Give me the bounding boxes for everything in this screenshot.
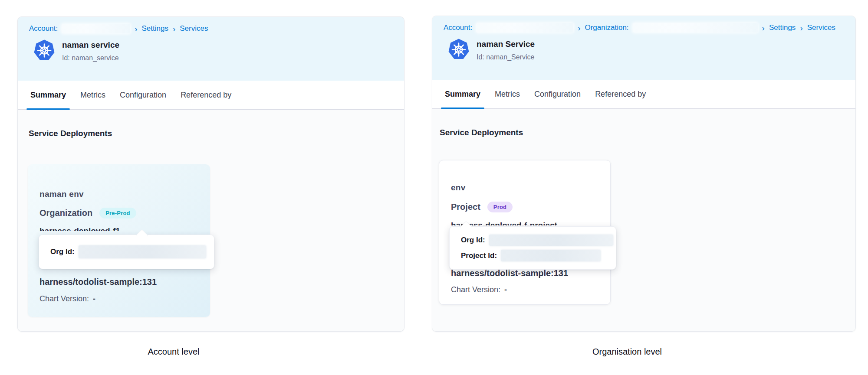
chart-version-value: - xyxy=(93,294,95,303)
service-name: naman Service xyxy=(477,38,535,49)
tab-metrics[interactable]: Metrics xyxy=(491,80,524,108)
tab-label: Configuration xyxy=(534,90,581,99)
env-card[interactable]: env Project Prod harness-deployed-f-proj… xyxy=(439,160,611,305)
chevron-right-icon: › xyxy=(134,25,138,33)
chevron-right-icon: › xyxy=(172,25,176,33)
redacted-organization-name xyxy=(633,23,758,33)
org-id-label: Org Id: xyxy=(461,236,485,245)
scope-label: Project xyxy=(451,202,480,212)
breadcrumb-settings-link[interactable]: Settings xyxy=(769,23,796,32)
panel-header: Account: › Organization: › Settings › Se… xyxy=(432,16,855,80)
tab-referenced-by[interactable]: Referenced by xyxy=(591,80,650,108)
tab-label: Summary xyxy=(445,90,480,99)
org-id-tooltip: Org Id: xyxy=(39,235,214,269)
service-title-texts: naman service Id: naman_service xyxy=(62,39,119,62)
tab-bar: Summary Metrics Configuration Referenced… xyxy=(18,81,404,110)
service-name: naman service xyxy=(62,39,119,50)
breadcrumb: Account: › Settings › Services xyxy=(29,24,393,33)
tooltip-row: Org Id: xyxy=(461,235,616,246)
tab-bar: Summary Metrics Configuration Referenced… xyxy=(432,80,855,109)
tooltip-row: Project Id: xyxy=(461,250,616,261)
redacted-account-name xyxy=(62,24,130,33)
tab-label: Referenced by xyxy=(181,91,231,100)
kubernetes-icon xyxy=(448,38,470,61)
chevron-right-icon: › xyxy=(799,24,803,32)
service-title-row: naman Service Id: naman_Service xyxy=(444,38,844,61)
breadcrumb-organization-link[interactable]: Organization: xyxy=(585,23,628,32)
tab-label: Metrics xyxy=(80,91,105,100)
service-id: Id: naman_service xyxy=(62,54,119,62)
organisation-level-panel: Account: › Organization: › Settings › Se… xyxy=(432,16,856,332)
artifact-name: harness/todolist-sample:131 xyxy=(451,268,568,278)
tab-label: Referenced by xyxy=(595,90,646,99)
artifact-name: harness/todolist-sample:131 xyxy=(39,277,157,287)
chart-version: Chart Version:- xyxy=(39,294,95,303)
chevron-right-icon: › xyxy=(577,24,581,32)
tab-referenced-by[interactable]: Referenced by xyxy=(177,81,235,109)
breadcrumb-services-link[interactable]: Services xyxy=(807,23,835,32)
service-id: Id: naman_Service xyxy=(477,53,535,61)
service-title-row: naman service Id: naman_service xyxy=(29,39,393,62)
env-type-badge: Prod xyxy=(487,202,513,212)
chart-version-label: Chart Version: xyxy=(451,285,500,294)
tab-summary[interactable]: Summary xyxy=(441,80,484,108)
breadcrumb-account-link[interactable]: Account: xyxy=(444,23,472,32)
redacted-org-id-value xyxy=(489,235,613,246)
tab-label: Configuration xyxy=(120,91,166,100)
chart-version-label: Chart Version: xyxy=(39,294,89,303)
environment-scope-row: Project Prod xyxy=(451,202,513,212)
tab-summary[interactable]: Summary xyxy=(26,81,70,109)
scope-label: Organization xyxy=(39,208,92,218)
redacted-project-id-value xyxy=(501,250,601,261)
summary-tab-content: Service Deployments env Project Prod har… xyxy=(432,109,855,331)
redacted-account-name xyxy=(476,23,573,33)
org-project-id-tooltip: Org Id: Project Id: xyxy=(449,226,616,270)
tab-label: Metrics xyxy=(495,90,520,99)
chevron-right-icon: › xyxy=(762,24,765,32)
tooltip-caret xyxy=(135,229,148,242)
chart-version: Chart Version:- xyxy=(451,285,507,294)
tooltip-row: Org Id: xyxy=(50,245,214,258)
redacted-org-id-value xyxy=(79,245,206,258)
environment-name: env xyxy=(451,183,466,192)
env-type-badge: Pre-Prod xyxy=(99,208,136,218)
kubernetes-icon xyxy=(33,39,55,62)
comparison-canvas: Account: › Settings › Services xyxy=(0,0,868,375)
breadcrumb-settings-link[interactable]: Settings xyxy=(141,24,168,33)
summary-tab-content: Service Deployments naman env Organizati… xyxy=(18,110,404,331)
breadcrumb-services-link[interactable]: Services xyxy=(180,24,208,33)
env-card[interactable]: naman env Organization Pre-Prod harness-… xyxy=(28,164,210,317)
project-id-label: Project Id: xyxy=(461,251,497,260)
caption-account-level: Account level xyxy=(17,347,330,357)
org-id-label: Org Id: xyxy=(50,248,75,256)
chart-version-value: - xyxy=(504,285,507,294)
tab-configuration[interactable]: Configuration xyxy=(116,81,170,109)
occluded-text-line: harness-deployed-f1 xyxy=(39,227,183,231)
service-title-texts: naman Service Id: naman_Service xyxy=(477,38,535,61)
panel-header: Account: › Settings › Services xyxy=(18,17,404,81)
caption-organisation-level: Organisation level xyxy=(432,347,822,357)
breadcrumb-account-link[interactable]: Account: xyxy=(29,24,58,33)
section-title: Service Deployments xyxy=(29,129,112,138)
tab-metrics[interactable]: Metrics xyxy=(76,81,109,109)
tab-configuration[interactable]: Configuration xyxy=(530,80,585,108)
account-level-panel: Account: › Settings › Services xyxy=(17,16,404,332)
environment-scope-row: Organization Pre-Prod xyxy=(39,208,136,218)
breadcrumb: Account: › Organization: › Settings › Se… xyxy=(444,23,844,33)
section-title: Service Deployments xyxy=(440,128,523,137)
tab-label: Summary xyxy=(30,91,66,100)
occluded-text-line: harness-deployed-f-project xyxy=(451,221,594,225)
environment-name: naman env xyxy=(39,189,84,199)
